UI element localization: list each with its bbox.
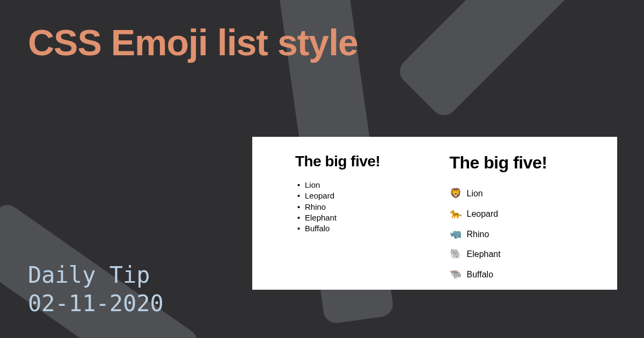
list-item: 🐆 Leopard <box>450 204 594 224</box>
list-item: 🐃 Buffalo <box>450 264 594 285</box>
animal-label: Elephant <box>467 245 501 263</box>
animal-label: Lion <box>467 185 483 203</box>
emoji-animal-list: 🦁 Lion 🐆 Leopard 🦏 Rhino 🐘 Elephant 🐃 Bu… <box>450 183 594 285</box>
list-heading: The big five! <box>295 153 439 170</box>
list-item: Leopard <box>305 190 439 201</box>
plain-list-column: The big five! Lion Leopard Rhino Elephan… <box>276 153 439 274</box>
preview-card: The big five! Lion Leopard Rhino Elephan… <box>252 137 617 290</box>
animal-label: Buffalo <box>467 266 494 284</box>
buffalo-emoji-icon: 🐃 <box>450 264 462 285</box>
subtitle: Daily Tip 02-11-2020 <box>28 261 164 318</box>
list-item: 🐘 Elephant <box>450 244 594 264</box>
background-shape <box>394 0 576 121</box>
lion-emoji-icon: 🦁 <box>450 183 462 204</box>
list-heading: The big five! <box>450 153 594 173</box>
list-item: 🦁 Lion <box>450 183 594 204</box>
page-title: CSS Emoji list style <box>28 21 358 63</box>
leopard-emoji-icon: 🐆 <box>450 204 462 224</box>
rhino-emoji-icon: 🦏 <box>450 224 462 245</box>
list-item: Buffalo <box>305 223 439 234</box>
emoji-list-column: The big five! 🦁 Lion 🐆 Leopard 🦏 Rhino 🐘… <box>439 153 594 274</box>
animal-label: Rhino <box>467 225 489 244</box>
subtitle-date: 02-11-2020 <box>28 290 164 318</box>
elephant-emoji-icon: 🐘 <box>450 244 462 264</box>
list-item: Elephant <box>305 212 439 223</box>
plain-animal-list: Lion Leopard Rhino Elephant Buffalo <box>295 180 439 234</box>
animal-label: Leopard <box>467 205 499 223</box>
list-item: Lion <box>305 180 439 190</box>
list-item: Rhino <box>305 202 439 212</box>
list-item: 🦏 Rhino <box>450 224 594 245</box>
subtitle-label: Daily Tip <box>28 261 164 290</box>
